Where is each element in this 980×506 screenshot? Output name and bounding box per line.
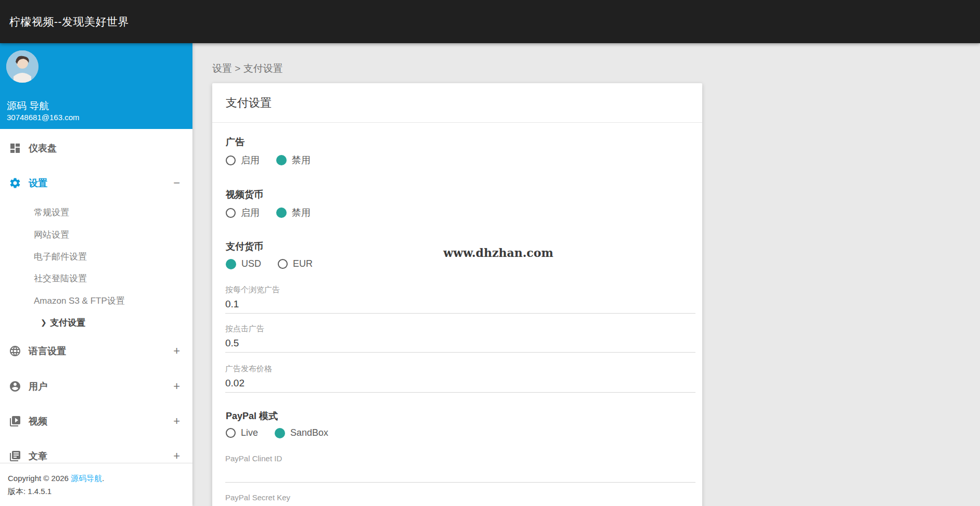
video-library-icon — [9, 415, 21, 427]
sidebar-subitem-amazon-s3-ftp-settings[interactable]: Amazon S3 & FTP设置 — [0, 290, 192, 312]
radio-unchecked-icon[interactable] — [226, 428, 236, 438]
pay-currency-radio-group: USD EUR — [226, 258, 313, 269]
sidebar-item-users[interactable]: 用户 + — [0, 375, 192, 397]
avatar[interactable] — [6, 50, 38, 83]
copyright-line: Copyright © 2026 源码导航. — [8, 474, 104, 484]
radio-unchecked-icon[interactable] — [278, 259, 288, 269]
radio-label: 启用 — [241, 154, 260, 166]
ad-enable-radio[interactable]: 启用 — [226, 154, 260, 166]
chevron-right-icon: ❯ — [41, 318, 47, 327]
radio-label: USD — [241, 258, 261, 269]
version-label: 版本: — [8, 487, 25, 496]
sidebar-subitem-social-login-settings[interactable]: 社交登陆设置 — [0, 267, 192, 289]
paypal-sandbox-radio[interactable]: SandBox — [275, 427, 328, 438]
field-label: PayPal Clinet ID — [225, 453, 695, 464]
sidebar-item-dashboard[interactable]: 仪表盘 — [0, 137, 192, 159]
article-icon — [9, 450, 21, 462]
subitem-label: 电子邮件设置 — [34, 251, 87, 263]
watermark-text: www.dhzhan.com — [441, 246, 556, 260]
expand-icon[interactable]: + — [173, 414, 180, 428]
expand-icon[interactable]: + — [173, 380, 180, 393]
ad-radio-group: 启用 禁用 — [226, 154, 311, 166]
expand-icon[interactable]: + — [173, 449, 180, 463]
app-title: 柠檬视频--发现美好世界 — [9, 15, 129, 29]
video-currency-disable-radio[interactable]: 禁用 — [276, 206, 311, 219]
sidebar-subitem-website-settings[interactable]: 网站设置 — [0, 224, 192, 245]
per-view-ad-input[interactable] — [225, 295, 695, 314]
breadcrumb[interactable]: 设置 > 支付设置 — [212, 62, 283, 75]
per-click-ad-field: 按点击广告 — [225, 323, 695, 353]
sidebar: 源码 导航 30748681@163.com 仪表盘 设置 − 常规设置 网站设… — [0, 43, 192, 506]
paypal-mode-radio-group: Live SandBox — [226, 427, 328, 438]
radio-checked-icon[interactable] — [276, 155, 287, 165]
currency-eur-radio[interactable]: EUR — [278, 258, 313, 269]
field-label: 广告发布价格 — [225, 364, 695, 374]
paypal-client-id-input[interactable] — [225, 464, 695, 483]
paypal-secret-key-field: PayPal Secret Key — [225, 492, 695, 506]
sidebar-subitem-email-settings[interactable]: 电子邮件设置 — [0, 245, 192, 267]
subitem-label: 常规设置 — [34, 206, 69, 218]
copyright-text: Copyright © 2026 — [8, 474, 69, 483]
copyright-dot: . — [102, 474, 104, 483]
video-currency-section-label: 视频货币 — [226, 188, 263, 201]
sidebar-item-language-settings[interactable]: 语言设置 + — [0, 340, 192, 362]
version-line: 版本: 1.4.5.1 — [8, 487, 51, 497]
radio-unchecked-icon[interactable] — [226, 155, 236, 165]
brand-link[interactable]: 源码导航 — [71, 474, 102, 483]
radio-label: 启用 — [241, 206, 260, 219]
globe-icon — [9, 345, 21, 357]
person-icon — [9, 380, 21, 393]
version-value: 1.4.5.1 — [28, 487, 51, 496]
sidebar-footer: Copyright © 2026 源码导航. 版本: 1.4.5.1 — [0, 463, 192, 506]
expand-icon[interactable]: + — [173, 344, 180, 358]
sidebar-item-label: 设置 — [29, 177, 47, 189]
per-click-ad-input[interactable] — [225, 334, 695, 353]
collapse-icon[interactable]: − — [173, 176, 180, 190]
sidebar-item-settings[interactable]: 设置 − — [0, 172, 192, 194]
currency-usd-radio[interactable]: USD — [226, 258, 261, 269]
dashboard-icon — [9, 142, 21, 154]
sidebar-item-videos[interactable]: 视频 + — [0, 410, 192, 432]
subitem-label: 网站设置 — [34, 229, 69, 241]
radio-label: 禁用 — [292, 154, 311, 166]
sidebar-user-panel: 源码 导航 30748681@163.com — [0, 43, 192, 129]
sidebar-item-label: 仪表盘 — [29, 142, 57, 154]
radio-label: 禁用 — [292, 206, 311, 219]
ad-publish-price-input[interactable] — [225, 374, 695, 393]
sidebar-subitem-payment-settings[interactable]: ❯ 支付设置 — [0, 312, 192, 333]
paypal-live-radio[interactable]: Live — [226, 427, 258, 438]
radio-label: EUR — [293, 258, 313, 269]
radio-label: Live — [241, 427, 258, 438]
pay-currency-section-label: 支付货币 — [226, 240, 263, 253]
radio-checked-icon[interactable] — [226, 259, 236, 269]
ad-disable-radio[interactable]: 禁用 — [276, 154, 311, 166]
field-label: 按每个浏览广告 — [225, 284, 695, 295]
field-label: 按点击广告 — [225, 323, 695, 334]
radio-label: SandBox — [290, 427, 328, 438]
video-currency-radio-group: 启用 禁用 — [226, 206, 311, 219]
user-email: 30748681@163.com — [7, 113, 80, 122]
card-title: 支付设置 — [226, 83, 272, 122]
paypal-mode-section-label: PayPal 模式 — [226, 410, 278, 422]
top-app-bar: 柠檬视频--发现美好世界 — [0, 0, 980, 43]
payment-settings-card: 支付设置 广告 启用 禁用 视频货币 启用 禁用 支付货币 USD — [212, 83, 702, 506]
paypal-secret-key-input[interactable] — [225, 503, 695, 506]
radio-unchecked-icon[interactable] — [226, 208, 236, 218]
sidebar-item-label: 文章 — [29, 450, 47, 462]
gear-icon — [9, 177, 21, 189]
field-label: PayPal Secret Key — [225, 492, 695, 503]
sidebar-item-label: 用户 — [29, 380, 47, 393]
user-name: 源码 导航 — [7, 99, 49, 113]
paypal-client-id-field: PayPal Clinet ID — [225, 453, 695, 483]
subitem-label: Amazon S3 & FTP设置 — [34, 295, 125, 307]
sidebar-subitem-general-settings[interactable]: 常规设置 — [0, 201, 192, 223]
ad-publish-price-field: 广告发布价格 — [225, 364, 695, 393]
video-currency-enable-radio[interactable]: 启用 — [226, 206, 260, 219]
ad-section-label: 广告 — [226, 136, 244, 148]
per-view-ad-field: 按每个浏览广告 — [225, 284, 695, 314]
radio-checked-icon[interactable] — [275, 428, 285, 438]
subitem-label: 支付设置 — [50, 317, 85, 329]
radio-checked-icon[interactable] — [276, 207, 287, 218]
avatar-photo-placeholder — [6, 50, 38, 83]
sidebar-item-label: 语言设置 — [29, 345, 66, 357]
